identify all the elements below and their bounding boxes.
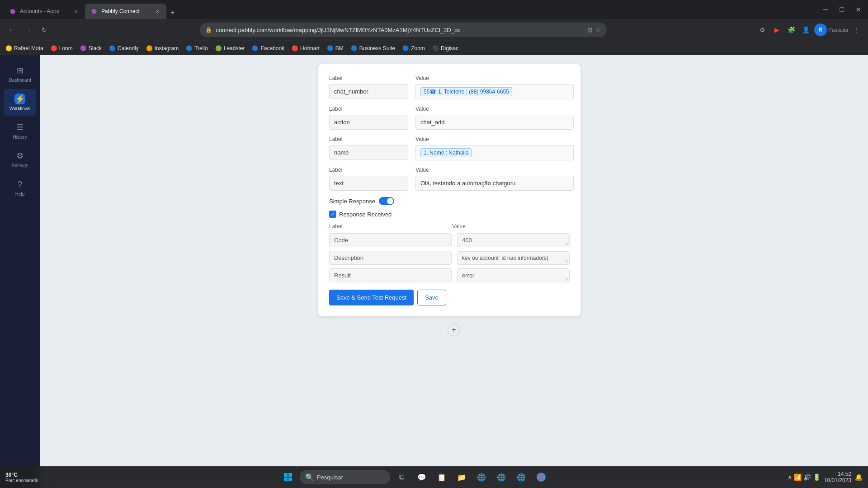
- chrome-button[interactable]: 🌐: [473, 469, 490, 485]
- chat-number-label-input[interactable]: [329, 84, 408, 99]
- bookmarks-bar: 🟡 Rafael Mota 🔴 Loom 🟣 Slack 🔵 Calendly …: [0, 41, 868, 55]
- value-col-header-3: Value: [415, 136, 574, 142]
- action-value-input[interactable]: [415, 115, 574, 130]
- tab-close-1[interactable]: ✕: [72, 8, 80, 15]
- chrome-3-button[interactable]: 🌐: [513, 469, 529, 485]
- sidebar-label-dashboard: Dashboard: [9, 78, 31, 83]
- svg-rect-0: [284, 473, 288, 477]
- field-group-chat-number-value: Value 55☎ 1. Telefone : (88) 99864-6655: [415, 75, 574, 99]
- sidebar-item-help[interactable]: ? Help: [4, 174, 36, 201]
- close-button[interactable]: ✕: [852, 3, 864, 16]
- address-bar[interactable]: 🔒 connect.pabbly.com/workflow/mapping/Jj…: [200, 23, 607, 37]
- bookmark-leadster[interactable]: 🟢 Leadster: [215, 45, 245, 52]
- bookmark-label-bm: BM: [335, 45, 344, 52]
- back-button[interactable]: ←: [5, 23, 18, 36]
- bookmark-instagram[interactable]: 🟠 Instagram: [146, 45, 179, 52]
- files-button[interactable]: 📁: [453, 469, 470, 485]
- response-result-label[interactable]: [329, 268, 452, 282]
- clock[interactable]: 14:52 10/01/2023: [824, 471, 851, 483]
- bookmark-facebook[interactable]: 🔵 Facebook: [252, 45, 284, 52]
- bookmark-icon-digisac: ⚫: [432, 45, 439, 52]
- profile-button[interactable]: R: [814, 23, 827, 36]
- menu-button[interactable]: ⋮: [850, 23, 863, 36]
- save-send-test-button[interactable]: Save & Send Test Request: [329, 290, 414, 305]
- sidebar-item-history[interactable]: ☰ History: [4, 117, 36, 144]
- teams-icon: 💬: [417, 473, 426, 482]
- bookmark-digisac[interactable]: ⚫ Digisac: [432, 45, 458, 52]
- text-value-input[interactable]: [415, 176, 574, 191]
- bookmark-icon-loom: 🔴: [51, 45, 57, 52]
- bookmark-icon[interactable]: ☆: [595, 26, 601, 33]
- bookmark-calendly[interactable]: 🔵 Calendly: [109, 45, 139, 52]
- profile-status: Pausada: [829, 27, 848, 33]
- new-tab-button[interactable]: +: [166, 6, 179, 19]
- action-label-input[interactable]: [329, 115, 408, 130]
- reload-button[interactable]: ↻: [38, 23, 51, 36]
- notifications-button[interactable]: 🔔: [855, 474, 863, 481]
- taskview-button[interactable]: ⧉: [394, 469, 410, 485]
- tray-battery[interactable]: 🔋: [813, 474, 821, 481]
- add-step-button[interactable]: +: [448, 324, 460, 336]
- response-row-code: ⤡: [329, 233, 570, 247]
- tab-accounts-apps[interactable]: 🟣 Accounts - Apps ✕: [4, 4, 85, 19]
- chat-number-value-input[interactable]: 55☎ 1. Telefone : (88) 99864-6655: [415, 84, 574, 99]
- response-description-label[interactable]: [329, 251, 452, 265]
- search-icon: 🔍: [305, 473, 314, 482]
- sidebar-item-settings[interactable]: ⚙ Settings: [4, 146, 36, 173]
- teams-button[interactable]: 💬: [414, 469, 430, 485]
- chat-number-tag: 55☎ 1. Telefone : (88) 99864-6655: [420, 87, 512, 96]
- profile-icon[interactable]: 👤: [800, 23, 812, 36]
- forward-button[interactable]: →: [22, 23, 34, 36]
- sidebar-label-settings: Settings: [12, 163, 28, 168]
- response-received-checkbox[interactable]: ✓: [329, 211, 336, 218]
- bookmark-label-hotmart: Hotmart: [300, 45, 320, 52]
- response-code-value[interactable]: [457, 233, 570, 247]
- tray-volume[interactable]: 🔊: [803, 474, 811, 481]
- text-label-input[interactable]: [329, 176, 408, 191]
- tab-pabbly[interactable]: 🟣 Pabbly Connect ✕: [85, 4, 166, 19]
- main-layout: ⊞ Dashboard ⚡ Workflows ☰ History ⚙ Sett…: [0, 55, 868, 488]
- value-col-header-2: Value: [415, 106, 574, 112]
- toggle-knob: [387, 198, 393, 204]
- name-value-input[interactable]: 1. Nome : Nathalia: [415, 145, 574, 160]
- maximize-button[interactable]: □: [835, 3, 848, 16]
- save-button[interactable]: Save: [417, 290, 446, 305]
- sidebar-item-workflows[interactable]: ⚡ Workflows: [4, 89, 36, 116]
- bookmark-trello[interactable]: 🔵 Trello: [186, 45, 208, 52]
- lock-icon: 🔒: [205, 27, 212, 33]
- bookmark-slack[interactable]: 🟣 Slack: [80, 45, 102, 52]
- tray-chevron[interactable]: ∧: [788, 474, 792, 481]
- time-display: 14:52: [824, 471, 851, 477]
- translate-icon[interactable]: ⊞: [587, 26, 593, 33]
- taskbar-search[interactable]: 🔍 Pesquisar: [300, 470, 390, 484]
- field-row-chat-number: Label Value 55☎ 1. Telefone : (88) 99864…: [329, 75, 570, 99]
- tray-network[interactable]: 📶: [794, 474, 802, 481]
- extensions-btn[interactable]: 🧩: [785, 23, 798, 36]
- sidebar-item-dashboard[interactable]: ⊞ Dashboard: [4, 61, 36, 87]
- resize-handle-result: ⤡: [565, 277, 569, 282]
- trello-taskbar[interactable]: 📋: [434, 469, 450, 485]
- start-button[interactable]: [280, 469, 296, 485]
- chrome-2-button[interactable]: 🌐: [493, 469, 509, 485]
- minimize-button[interactable]: ─: [819, 3, 832, 16]
- label-col-header-4: Label: [329, 167, 408, 173]
- extensions-icon[interactable]: ⚙: [756, 23, 769, 36]
- bookmark-loom[interactable]: 🔴 Loom: [51, 45, 73, 52]
- bookmark-hotmart[interactable]: 🔴 Hotmart: [292, 45, 320, 52]
- simple-response-toggle[interactable]: [379, 197, 394, 205]
- youtube-icon[interactable]: ▶: [771, 23, 783, 36]
- bookmark-rafael[interactable]: 🟡 Rafael Mota: [5, 45, 43, 52]
- response-code-label[interactable]: [329, 233, 452, 247]
- bookmark-zoom[interactable]: 🔵 Zoom: [402, 45, 425, 52]
- trello-taskbar-icon: 📋: [437, 473, 446, 482]
- bookmark-bm[interactable]: 🔵 BM: [327, 45, 344, 52]
- response-result-value[interactable]: [457, 268, 570, 282]
- name-label-input[interactable]: [329, 145, 408, 160]
- response-label-col-header: Label: [329, 223, 447, 230]
- chrome-4-button[interactable]: 🌐: [533, 469, 549, 485]
- response-description-value[interactable]: [457, 251, 570, 265]
- bookmark-business-suite[interactable]: 🔵 Business Suite: [351, 45, 395, 52]
- bookmark-label-facebook: Facebook: [260, 45, 284, 52]
- bookmark-label-slack: Slack: [89, 45, 102, 52]
- tab-close-2[interactable]: ✕: [154, 8, 161, 15]
